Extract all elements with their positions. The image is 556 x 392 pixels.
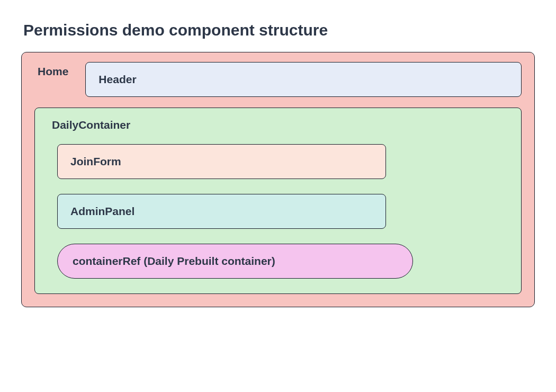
adminpanel-label: AdminPanel [70,205,373,218]
containerref-component-box: containerRef (Daily Prebuilt container) [57,244,413,279]
joinform-component-box: JoinForm [57,144,386,179]
containerref-label: containerRef (Daily Prebuilt container) [73,255,398,268]
daily-container-label: DailyContainer [50,119,506,131]
daily-container-component-box: DailyContainer JoinForm AdminPanel conta… [34,108,522,294]
header-label: Header [98,73,508,86]
joinform-label: JoinForm [70,155,373,168]
home-label: Home [34,62,68,78]
home-top-row: Home Header [34,62,522,97]
page-title: Permissions demo component structure [23,21,535,39]
adminpanel-component-box: AdminPanel [57,194,386,229]
home-component-box: Home Header DailyContainer JoinForm Admi… [21,52,535,307]
header-component-box: Header [85,62,522,97]
